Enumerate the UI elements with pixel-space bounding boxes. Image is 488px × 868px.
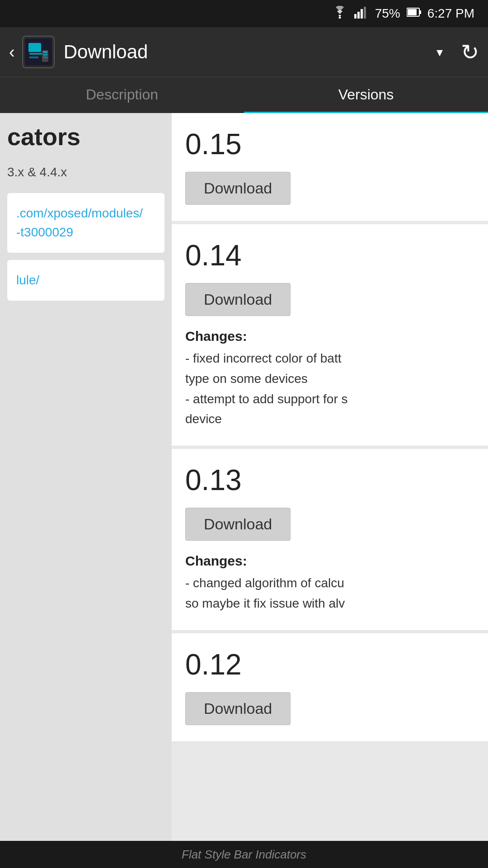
- download-button-014[interactable]: Download: [185, 283, 291, 316]
- svg-rect-2: [357, 12, 360, 19]
- tab-bar: Description Versions: [0, 77, 488, 113]
- svg-point-0: [338, 16, 341, 19]
- refresh-button[interactable]: ↻: [461, 39, 479, 65]
- app-bar: ‹ Download ▾ ↻: [0, 27, 488, 77]
- versions-list: 0.15 Download 0.14 Download Changes: - f…: [172, 113, 488, 841]
- link-card-2: lule/: [7, 260, 164, 301]
- version-number-014: 0.14: [185, 239, 474, 272]
- version-number-013: 0.13: [185, 463, 474, 497]
- download-button-015[interactable]: Download: [185, 172, 291, 205]
- download-button-012[interactable]: Download: [185, 692, 291, 725]
- svg-rect-1: [354, 14, 357, 19]
- main-content: cators 3.x & 4.4.x .com/xposed/modules/-…: [0, 113, 488, 841]
- changes-014: Changes: - fixed incorrect color of batt…: [185, 329, 474, 429]
- svg-rect-9: [28, 43, 41, 52]
- download-button-013[interactable]: Download: [185, 508, 291, 541]
- changes-013: Changes: - changed algorithm of calcuso …: [185, 553, 474, 614]
- back-button[interactable]: ‹: [9, 42, 15, 62]
- status-bar: 75% 6:27 PM: [0, 0, 488, 27]
- svg-rect-13: [43, 51, 47, 53]
- svg-rect-3: [361, 9, 363, 19]
- signal-icon: [354, 6, 369, 21]
- svg-rect-7: [408, 9, 417, 15]
- version-card-015: 0.15 Download: [172, 113, 488, 222]
- changes-title-013: Changes:: [185, 553, 474, 569]
- app-bar-title: Download: [64, 41, 432, 63]
- module-title: cators: [7, 122, 164, 151]
- svg-rect-14: [43, 54, 47, 56]
- version-card-014: 0.14 Download Changes: - fixed incorrect…: [172, 224, 488, 446]
- changes-text-013: - changed algorithm of calcuso maybe it …: [185, 573, 474, 614]
- module-link-2[interactable]: lule/: [16, 271, 155, 290]
- svg-rect-6: [419, 10, 421, 14]
- bottom-bar: Flat Style Bar Indicators: [0, 841, 488, 868]
- module-version-range: 3.x & 4.4.x: [7, 165, 164, 179]
- version-card-012: 0.12 Download: [172, 633, 488, 742]
- left-panel: cators 3.x & 4.4.x .com/xposed/modules/-…: [0, 113, 172, 841]
- battery-percent: 75%: [375, 6, 400, 21]
- version-number-012: 0.12: [185, 648, 474, 681]
- app-icon: [22, 36, 55, 68]
- changes-text-014: - fixed incorrect color of batttype on s…: [185, 349, 474, 429]
- tab-versions[interactable]: Versions: [244, 77, 488, 113]
- svg-rect-4: [364, 7, 366, 19]
- changes-title-014: Changes:: [185, 329, 474, 344]
- version-number-015: 0.15: [185, 127, 474, 161]
- svg-rect-15: [43, 57, 47, 58]
- dropdown-arrow-icon: ▾: [436, 45, 443, 60]
- tab-description[interactable]: Description: [0, 77, 244, 113]
- svg-rect-11: [29, 57, 38, 58]
- link-card-1: .com/xposed/modules/-t3000029: [7, 193, 164, 253]
- version-card-013: 0.13 Download Changes: - changed algorit…: [172, 449, 488, 631]
- module-link-1[interactable]: .com/xposed/modules/-t3000029: [16, 204, 155, 242]
- bottom-bar-text: Flat Style Bar Indicators: [182, 848, 306, 862]
- wifi-icon: [332, 6, 348, 22]
- svg-rect-10: [29, 53, 42, 55]
- time-display: 6:27 PM: [427, 6, 474, 21]
- status-icons: 75% 6:27 PM: [332, 6, 474, 22]
- battery-icon: [407, 7, 421, 20]
